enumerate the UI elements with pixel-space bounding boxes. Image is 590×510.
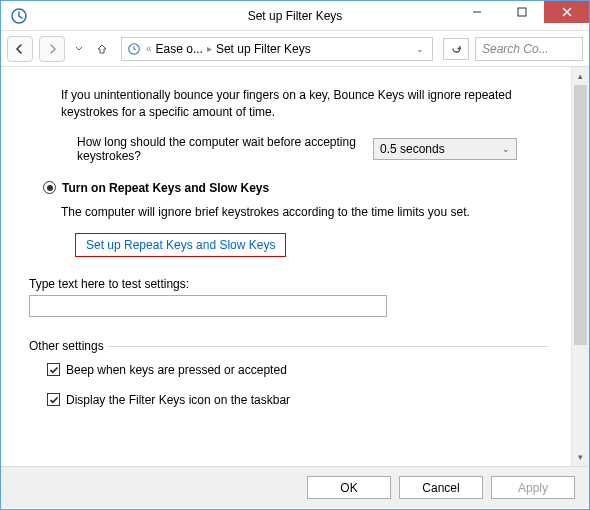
search-placeholder: Search Co... — [482, 42, 549, 56]
other-settings-section: Other settings Beep when keys are presse… — [29, 339, 551, 407]
window-title: Set up Filter Keys — [248, 9, 343, 23]
beep-checkbox[interactable] — [47, 363, 60, 376]
scroll-up-icon[interactable]: ▴ — [572, 67, 589, 85]
refresh-button[interactable] — [443, 38, 469, 60]
location-icon — [126, 41, 142, 57]
beep-checkbox-row: Beep when keys are pressed or accepted — [47, 363, 551, 377]
close-button[interactable] — [544, 1, 589, 23]
bounce-wait-value: 0.5 seconds — [380, 142, 445, 156]
scroll-down-icon[interactable]: ▾ — [572, 448, 589, 466]
setup-repeat-link[interactable]: Set up Repeat Keys and Slow Keys — [86, 238, 275, 252]
back-button[interactable] — [7, 36, 33, 62]
content-area: If you unintentionally bounce your finge… — [1, 67, 589, 466]
breadcrumb-chevron-icon: « — [146, 43, 152, 54]
vertical-scrollbar[interactable]: ▴ ▾ — [571, 67, 589, 466]
forward-button[interactable] — [39, 36, 65, 62]
breadcrumb-ease[interactable]: Ease o... — [156, 42, 203, 56]
scroll-thumb[interactable] — [574, 85, 587, 345]
cancel-button[interactable]: Cancel — [399, 476, 483, 499]
test-label: Type text here to test settings: — [29, 277, 551, 291]
minimize-button[interactable] — [454, 1, 499, 23]
taskbar-checkbox[interactable] — [47, 393, 60, 406]
address-bar[interactable]: « Ease o... ▸ Set up Filter Keys ⌄ — [121, 37, 433, 61]
beep-label: Beep when keys are pressed or accepted — [66, 363, 287, 377]
repeat-link-highlight: Set up Repeat Keys and Slow Keys — [75, 233, 286, 257]
test-input[interactable] — [29, 295, 387, 317]
content: If you unintentionally bounce your finge… — [1, 67, 571, 466]
bounce-description: If you unintentionally bounce your finge… — [61, 87, 551, 121]
other-settings-heading: Other settings — [29, 339, 104, 353]
maximize-button[interactable] — [499, 1, 544, 23]
chevron-down-icon: ⌄ — [502, 144, 510, 154]
taskbar-label: Display the Filter Keys icon on the task… — [66, 393, 290, 407]
repeat-radio-label: Turn on Repeat Keys and Slow Keys — [62, 181, 269, 195]
svg-rect-2 — [518, 8, 526, 16]
ok-button[interactable]: OK — [307, 476, 391, 499]
breadcrumb-separator-icon: ▸ — [207, 43, 212, 54]
repeat-description: The computer will ignore brief keystroke… — [61, 205, 551, 219]
taskbar-checkbox-row: Display the Filter Keys icon on the task… — [47, 393, 551, 407]
navbar: « Ease o... ▸ Set up Filter Keys ⌄ Searc… — [1, 31, 589, 67]
bounce-wait-select[interactable]: 0.5 seconds ⌄ — [373, 138, 517, 160]
dialog-footer: OK Cancel Apply — [1, 466, 589, 508]
section-divider — [108, 346, 548, 347]
app-icon — [11, 8, 27, 24]
up-button[interactable] — [93, 39, 111, 59]
repeat-radio-row: Turn on Repeat Keys and Slow Keys — [43, 181, 551, 195]
repeat-radio[interactable] — [43, 181, 56, 194]
radio-dot-icon — [47, 185, 53, 191]
window-buttons — [454, 1, 589, 30]
titlebar: Set up Filter Keys — [1, 1, 589, 31]
address-dropdown-icon[interactable]: ⌄ — [412, 44, 428, 54]
bounce-wait-row: How long should the computer wait before… — [77, 135, 551, 163]
bounce-question: How long should the computer wait before… — [77, 135, 357, 163]
search-input[interactable]: Search Co... — [475, 37, 583, 61]
history-dropdown[interactable] — [71, 41, 87, 57]
breadcrumb-filterkeys[interactable]: Set up Filter Keys — [216, 42, 311, 56]
apply-button[interactable]: Apply — [491, 476, 575, 499]
